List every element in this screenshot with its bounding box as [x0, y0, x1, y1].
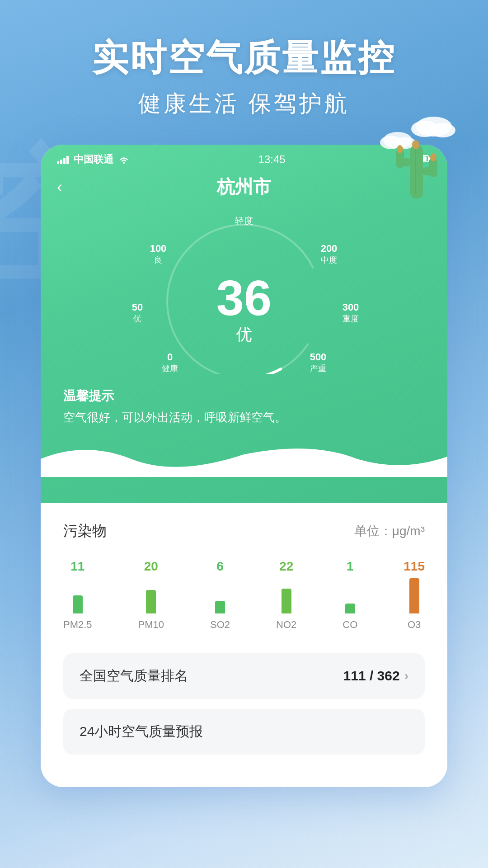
svg-text:中度: 中度	[321, 255, 337, 264]
pollutant-bar-container	[409, 577, 419, 613]
svg-rect-16	[60, 160, 62, 164]
city-name: 杭州市	[217, 175, 271, 199]
cactus-decoration	[371, 108, 461, 212]
phone-card: 中国联通 13:45	[41, 145, 447, 787]
tip-section: 温馨提示 空气很好，可以外出活动，呼吸新鲜空气。	[41, 383, 447, 441]
wifi-icon	[119, 154, 129, 165]
pollutant-bar-container	[345, 577, 355, 613]
gauge-container: 轻度 200 中度 300 重度 500 严重 0 健康 50 优	[41, 207, 447, 383]
pollutant-label: NO2	[276, 619, 296, 631]
svg-text:100: 100	[150, 243, 167, 254]
pollutant-bar-container	[282, 577, 291, 613]
ranking-label: 全国空气质量排名	[80, 667, 188, 685]
pollutant-value: 22	[279, 559, 293, 574]
svg-text:优: 优	[236, 325, 252, 344]
pollutant-bar	[282, 589, 291, 613]
svg-text:健康: 健康	[162, 364, 178, 373]
pollutant-value: 11	[70, 559, 84, 574]
svg-rect-17	[63, 158, 66, 164]
pollutant-label: SO2	[210, 619, 230, 631]
ranking-chevron: ›	[404, 669, 408, 683]
pollutant-label: PM2.5	[63, 619, 92, 631]
pollutant-item: 115 O3	[404, 559, 425, 631]
pollutants-title: 污染物	[63, 521, 107, 541]
pollutant-value: 20	[144, 559, 158, 574]
tip-title: 温馨提示	[63, 387, 425, 405]
ranking-card[interactable]: 全国空气质量排名 111 / 362 ›	[63, 653, 425, 699]
svg-text:良: 良	[154, 255, 162, 264]
phone-card-wrapper: 中国联通 13:45	[41, 145, 447, 787]
status-carrier: 中国联通	[57, 153, 129, 166]
pollutants-unit: 单位：μg/m³	[354, 523, 425, 540]
pollutant-item: 6 SO2	[210, 559, 230, 631]
signal-icon	[57, 154, 74, 165]
svg-point-19	[123, 162, 125, 164]
pollutant-bar-container	[146, 577, 156, 613]
svg-rect-6	[410, 145, 423, 199]
pollutant-bar	[73, 595, 83, 613]
svg-text:严重: 严重	[310, 364, 326, 373]
pollutants-header: 污染物 单位：μg/m³	[63, 521, 425, 541]
svg-text:优: 优	[133, 314, 141, 323]
svg-point-11	[412, 140, 419, 149]
svg-text:36: 36	[216, 270, 272, 326]
pollutant-bar	[345, 604, 355, 613]
pollutants-grid: 11 PM2.5 20 PM10 6 SO2 22 NO2 1	[63, 559, 425, 631]
pollutant-bar-container	[73, 577, 83, 613]
pollutant-bar	[409, 578, 419, 613]
pollutant-item: 1 CO	[343, 559, 357, 631]
svg-rect-15	[57, 161, 59, 164]
pollutant-value: 115	[404, 559, 425, 574]
header-title: 实时空气质量监控	[0, 36, 488, 80]
back-button[interactable]: ‹	[57, 178, 62, 197]
svg-rect-18	[66, 156, 69, 164]
svg-point-12	[397, 145, 403, 153]
status-time: 13:45	[258, 153, 286, 166]
forecast-label: 24小时空气质量预报	[80, 722, 203, 741]
pollutant-label: CO	[343, 619, 357, 631]
pollutant-item: 11 PM2.5	[63, 559, 92, 631]
svg-text:200: 200	[321, 243, 338, 254]
pollutant-label: O3	[408, 619, 421, 631]
pollutant-label: PM10	[138, 619, 164, 631]
pollutant-bar	[146, 590, 156, 613]
header-section: 实时空气质量监控 健康生活 保驾护航	[0, 0, 488, 119]
svg-point-13	[430, 153, 436, 161]
pollutant-value: 6	[216, 559, 224, 574]
forecast-card[interactable]: 24小时空气质量预报	[63, 709, 425, 755]
ranking-value: 111 / 362 ›	[343, 668, 408, 684]
svg-text:50: 50	[132, 302, 143, 313]
svg-text:0: 0	[167, 351, 173, 363]
pollutant-item: 22 NO2	[276, 559, 296, 631]
white-section: 污染物 单位：μg/m³ 11 PM2.5 20 PM10 6 SO2	[41, 503, 447, 787]
svg-text:重度: 重度	[343, 314, 359, 323]
svg-text:500: 500	[310, 351, 327, 363]
svg-text:300: 300	[343, 302, 359, 313]
tip-text: 空气很好，可以外出活动，呼吸新鲜空气。	[63, 408, 425, 427]
pollutant-bar-container	[215, 577, 225, 613]
pollutant-item: 20 PM10	[138, 559, 164, 631]
pollutant-bar	[215, 601, 225, 613]
pollutant-value: 1	[347, 559, 354, 574]
svg-point-2	[430, 123, 455, 137]
